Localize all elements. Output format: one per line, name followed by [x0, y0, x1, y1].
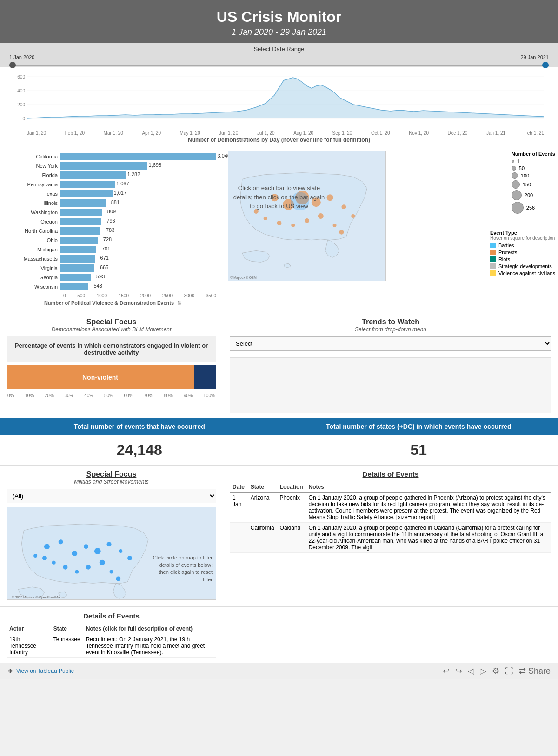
bar-item[interactable]: Washington809 [9, 209, 216, 216]
svg-point-14 [327, 194, 333, 201]
bar-outer: 1,017 [60, 190, 216, 197]
bar-label: Ohio [9, 237, 60, 243]
bar-label: Wisconsin [9, 284, 60, 289]
event-type-item: Strategic developments [490, 263, 555, 269]
col-state-left: State [51, 624, 83, 634]
bar-outer: 809 [60, 209, 216, 216]
bar-item[interactable]: Georgia593 [9, 274, 216, 281]
footer-right: ↩ ↪ ◁ ▷ ⚙ ⛶ ⇄ Share [443, 666, 551, 676]
bar-label: Texas [9, 191, 60, 197]
svg-point-42 [116, 577, 120, 581]
bar-item[interactable]: North Carolina783 [9, 227, 216, 235]
total-states-value: 51 [286, 441, 552, 459]
bar-item[interactable]: Florida1,282 [9, 171, 216, 179]
bar-outer: 543 [60, 283, 216, 290]
bar-item[interactable]: Massachusetts671 [9, 255, 216, 263]
militias-click-hint: Click circle on map to filter details of… [152, 554, 213, 583]
col-date: Date [230, 482, 248, 493]
slider-thumb-right[interactable] [542, 62, 549, 68]
bar-label: Oregon [9, 219, 60, 224]
bar-item[interactable]: California3,040 [9, 153, 216, 160]
legend-circle [512, 160, 514, 163]
militias-map[interactable]: © 2025 Mapbox © OpenStreetMap [7, 507, 216, 600]
table-cell-state: Arizona [248, 493, 277, 523]
bar-item[interactable]: Texas1,017 [9, 190, 216, 197]
slider-thumb-left[interactable] [9, 62, 16, 68]
bar-value: 728 [103, 237, 112, 242]
svg-point-36 [52, 561, 56, 565]
fullscreen-button[interactable]: ⛶ [505, 666, 513, 676]
bar-fill: 783 [60, 227, 100, 235]
bar-chart-panel: California3,040New York1,698Florida1,282… [0, 146, 223, 313]
bar-item[interactable]: Illinois881 [9, 199, 216, 207]
bar-item[interactable]: New York1,698 [9, 162, 216, 170]
bar-label: Georgia [9, 275, 60, 280]
special-trends-row: Special Focus Demonstrations Associated … [0, 313, 558, 418]
date-range-ends: 1 Jan 2020 29 Jan 2021 [9, 54, 549, 60]
col-notes-left: Notes (click for full description of eve… [83, 624, 216, 634]
legend-item-label: 256 [526, 205, 535, 210]
militias-dropdown[interactable]: (All) [7, 489, 216, 503]
settings-button[interactable]: ⚙ [492, 666, 499, 676]
share-button[interactable]: ⇄ Share [519, 666, 551, 676]
table-cell-actor: 19th Tennessee Infantry [7, 634, 51, 658]
nav-forward-button[interactable]: ▷ [480, 666, 486, 676]
bar-fill: 3,040 [60, 153, 216, 160]
bar-item[interactable]: Oregon796 [9, 218, 216, 225]
table-cell-location: Oakland [277, 523, 306, 553]
bar-outer: 1,282 [60, 171, 216, 179]
svg-point-16 [351, 214, 355, 218]
footer-view-label[interactable]: View on Tableau Public [16, 668, 74, 674]
bar-value: 1,067 [116, 181, 129, 186]
trends-dropdown[interactable]: Select [230, 336, 551, 351]
timeline-chart[interactable]: 600 400 200 0 [14, 72, 544, 128]
bar-item[interactable]: Ohio728 [9, 237, 216, 244]
redo-button[interactable]: ↪ [455, 666, 462, 676]
svg-point-23 [333, 224, 337, 227]
bar-chart-xlabel: Number of Political Violence & Demonstra… [9, 300, 216, 306]
dashboard-header: US Crisis Monitor 1 Jan 2020 - 29 Jan 20… [0, 0, 558, 43]
bar-chart-container[interactable]: California3,040New York1,698Florida1,282… [9, 153, 216, 290]
svg-marker-8 [27, 78, 544, 118]
militias-map-container: © 2025 Mapbox © OpenStreetMap Click circ… [7, 507, 216, 602]
militias-subtitle: Militias and Street Movements [7, 479, 216, 485]
legend-item: 1 [512, 158, 555, 164]
militias-title: Special Focus [7, 470, 216, 479]
svg-point-35 [63, 565, 68, 570]
table-cell-location: Phoenix [277, 493, 306, 523]
bar-fill: 796 [60, 218, 101, 225]
bar-value: 1,017 [114, 190, 127, 196]
table-cell-notes: On 1 January 2020, a group of people gat… [306, 493, 551, 523]
table-row: 19th Tennessee InfantryTennesseeRecruitm… [7, 634, 216, 658]
bar-fill: 671 [60, 255, 95, 263]
table-cell-notes: Recruitment: On 2 January 2021, the 19th… [83, 634, 216, 658]
total-events-box: Total number of events that have occurre… [0, 418, 279, 465]
svg-point-18 [305, 218, 309, 223]
undo-button[interactable]: ↩ [443, 666, 450, 676]
event-type-label: Battles [498, 243, 514, 248]
violence-bar-desc: Percentage of events in which demonstrat… [7, 336, 216, 362]
svg-point-17 [318, 213, 324, 219]
nav-back-button[interactable]: ◁ [468, 666, 474, 676]
bar-outer: 665 [60, 264, 216, 272]
legend-circle [512, 180, 520, 189]
bar-item[interactable]: Wisconsin543 [9, 283, 216, 290]
event-type-square [490, 250, 496, 255]
svg-point-38 [33, 554, 37, 558]
bar-item[interactable]: Pennsylvania1,067 [9, 181, 216, 188]
bar-outer: 728 [60, 237, 216, 244]
date-range-label: Select Date Range [9, 46, 549, 53]
us-map[interactable]: © Mapbox © OSM [228, 151, 386, 281]
svg-point-26 [72, 551, 77, 556]
bar-item[interactable]: Virginia665 [9, 264, 216, 272]
bar-fill: 1,282 [60, 171, 126, 179]
event-type-title: Event Type [490, 230, 555, 236]
legend-circle [512, 172, 518, 179]
date-range-slider[interactable] [9, 65, 549, 66]
bar-item[interactable]: Michigan701 [9, 246, 216, 253]
trends-empty-area [230, 357, 551, 413]
svg-point-40 [59, 539, 63, 544]
bar-outer: 1,698 [60, 162, 216, 170]
table-cell-date [230, 523, 248, 553]
table-cell-state: California [248, 523, 277, 553]
